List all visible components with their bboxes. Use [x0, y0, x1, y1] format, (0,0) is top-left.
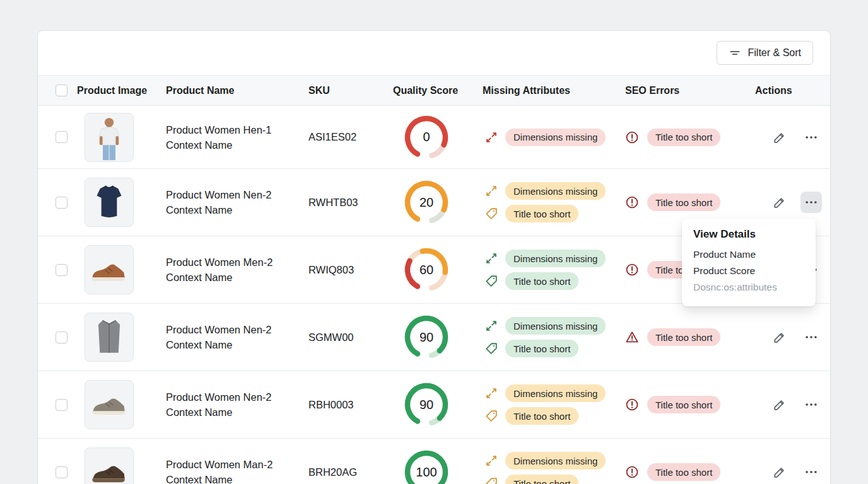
more-actions-button[interactable] — [801, 192, 822, 213]
attribute-badge: Title too short — [505, 340, 578, 357]
product-sku: ASI1ES02 — [308, 131, 393, 143]
pencil-icon — [773, 330, 787, 344]
select-all-checkbox[interactable] — [56, 84, 67, 96]
seo-error-badge: Title too short — [647, 328, 720, 346]
attribute-badge: Dimensions missing — [505, 182, 606, 200]
missing-attributes-cell: Dimensions missing — [483, 129, 625, 146]
product-name: Product Women Nen-2Context Name — [166, 187, 308, 217]
pencil-icon — [773, 465, 787, 479]
tag-icon — [484, 274, 498, 288]
ellipsis-icon — [804, 330, 818, 344]
product-sku: RBH0003 — [308, 399, 393, 411]
more-actions-button[interactable] — [801, 326, 822, 348]
toolbar: Filter & Sort — [38, 31, 830, 75]
attribute-badge: Title too short — [505, 475, 578, 484]
more-actions-button[interactable] — [801, 394, 822, 415]
product-name: Product Women Men-2Context Name — [166, 255, 308, 285]
seo-error-badge: Title too short — [647, 396, 720, 413]
menu-item-attributes[interactable]: Dosnc:os:attributes — [693, 279, 804, 296]
expand-arrows-icon — [484, 251, 498, 265]
quality-score-value: 100 — [402, 447, 451, 484]
edit-button[interactable] — [769, 461, 790, 483]
menu-item-product-name[interactable]: Product Name — [693, 246, 804, 263]
tag-icon — [484, 409, 498, 423]
col-header-product-name: Product Name — [166, 85, 308, 96]
alert-circle-icon — [625, 195, 639, 209]
table-row: Product Women Nen-2Context Name RBH0003 … — [38, 371, 830, 439]
edit-button[interactable] — [769, 127, 790, 148]
product-name: Product Women Nen-2Context Name — [166, 322, 308, 352]
expand-arrows-icon — [484, 319, 498, 333]
edit-button[interactable] — [769, 192, 790, 213]
filter-icon — [729, 47, 741, 59]
missing-attribute: Dimensions missing — [484, 317, 625, 335]
expand-arrows-icon — [484, 454, 498, 468]
attribute-badge: Title too short — [505, 205, 578, 222]
missing-attribute: Title too short — [484, 407, 625, 425]
col-header-missing-attributes: Missing Attributes — [483, 85, 625, 96]
missing-attribute: Title too short — [484, 475, 625, 484]
attribute-badge: Dimensions missing — [505, 317, 606, 335]
missing-attribute: Title too short — [484, 340, 625, 357]
missing-attributes-cell: Dimensions missingTitle too short — [483, 250, 625, 290]
expand-arrows-icon — [484, 130, 498, 144]
missing-attribute: Dimensions missing — [484, 182, 625, 200]
tag-icon — [484, 207, 498, 221]
row-actions-menu: View Details Product Name Product Score … — [682, 219, 816, 306]
row-checkbox[interactable] — [56, 264, 67, 276]
product-image — [85, 113, 134, 162]
tag-icon — [484, 476, 498, 484]
missing-attribute: Title too short — [484, 272, 625, 290]
quality-score-value: 20 — [402, 178, 451, 227]
product-sku: RWHTB03 — [308, 197, 393, 209]
product-image — [85, 447, 134, 484]
filter-sort-button[interactable]: Filter & Sort — [717, 41, 813, 65]
col-header-quality-score: Quality Score — [393, 85, 483, 96]
ellipsis-icon — [804, 398, 818, 412]
product-image — [85, 178, 134, 227]
quality-score-gauge: 60 — [402, 245, 451, 294]
table-row: Product Women Nen-2Context Name SGMW00 9… — [38, 304, 830, 371]
edit-button[interactable] — [769, 326, 790, 348]
ellipsis-icon — [804, 465, 818, 479]
row-checkbox[interactable] — [56, 466, 67, 478]
alert-circle-icon — [625, 130, 639, 144]
expand-arrows-icon — [484, 184, 498, 198]
seo-error-badge: Title too short — [647, 129, 720, 146]
seo-errors-cell: Title too short — [625, 396, 755, 413]
product-image — [85, 245, 134, 294]
actions-cell — [755, 394, 830, 415]
more-actions-button[interactable] — [801, 461, 822, 483]
row-checkbox[interactable] — [56, 197, 67, 209]
product-name: Product Women Hen-1Context Name — [166, 122, 308, 153]
product-name: Product Women Nen-2Context Name — [166, 389, 308, 420]
edit-button[interactable] — [769, 394, 790, 415]
row-checkbox[interactable] — [56, 331, 67, 343]
row-checkbox[interactable] — [56, 131, 67, 143]
alert-circle-icon — [625, 398, 639, 412]
ellipsis-icon — [804, 195, 818, 209]
missing-attribute: Dimensions missing — [484, 129, 625, 146]
actions-cell — [755, 326, 830, 348]
attribute-badge: Dimensions missing — [505, 129, 606, 146]
row-checkbox[interactable] — [56, 399, 67, 411]
pencil-icon — [773, 130, 787, 144]
seo-errors-cell: Title too short — [625, 193, 755, 211]
seo-errors-cell: Title too short — [625, 129, 755, 146]
quality-score-gauge: 90 — [402, 313, 451, 362]
product-sku: RWIQ803 — [308, 264, 393, 276]
product-image — [85, 313, 134, 362]
seo-errors-cell: Title too short — [625, 328, 755, 346]
expand-arrows-icon — [484, 386, 498, 400]
tag-icon — [484, 342, 498, 355]
alert-triangle-icon — [625, 330, 639, 344]
product-name: Product Women Man-2Context Name — [166, 457, 308, 484]
quality-score-gauge: 90 — [402, 380, 451, 429]
product-sku: SGMW00 — [308, 331, 393, 343]
menu-item-product-score[interactable]: Product Score — [693, 263, 804, 279]
more-actions-button[interactable] — [801, 127, 822, 148]
quality-score-value: 90 — [402, 380, 451, 429]
seo-error-badge: Title too short — [647, 193, 720, 211]
pencil-icon — [773, 195, 787, 209]
pencil-icon — [773, 398, 787, 412]
